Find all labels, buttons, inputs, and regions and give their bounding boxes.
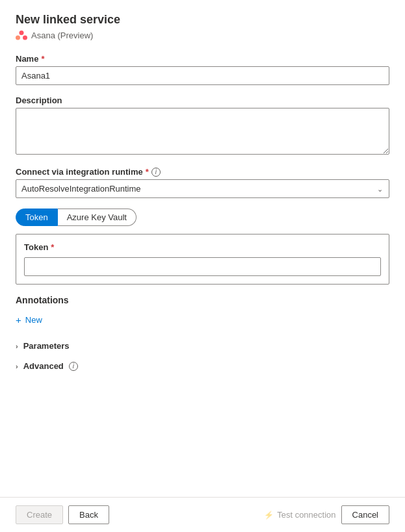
token-tab[interactable]: Token: [16, 209, 58, 226]
back-button[interactable]: Back: [68, 505, 109, 524]
advanced-label: Advanced: [23, 361, 64, 371]
parameters-chevron-icon: ›: [16, 342, 18, 350]
svg-point-2: [23, 36, 27, 40]
create-button[interactable]: Create: [16, 505, 63, 524]
parameters-section: › Parameters: [16, 338, 389, 353]
name-required-star: *: [41, 54, 44, 64]
test-connection-button[interactable]: ⚡ Test connection: [264, 510, 335, 520]
azure-kv-tab[interactable]: Azure Key Vault: [58, 209, 137, 226]
footer-left-actions: Create Back: [16, 505, 109, 524]
runtime-field-group: Connect via integration runtime * i Auto…: [16, 167, 389, 198]
annotations-section: Annotations + New: [16, 295, 389, 328]
cancel-button[interactable]: Cancel: [341, 505, 389, 524]
svg-point-1: [16, 36, 20, 40]
token-input[interactable]: [24, 257, 381, 276]
description-field-group: Description: [16, 95, 389, 157]
name-input[interactable]: [16, 66, 389, 85]
asana-logo-icon: [16, 29, 27, 41]
token-label: Token *: [24, 242, 381, 252]
auth-toggle-group: Token Azure Key Vault: [16, 209, 389, 226]
runtime-required-star: *: [146, 167, 149, 177]
runtime-label: Connect via integration runtime * i: [16, 167, 389, 177]
runtime-select-wrapper: AutoResolveIntegrationRuntime ⌄: [16, 179, 389, 198]
advanced-chevron-icon: ›: [16, 362, 18, 370]
token-required-star: *: [51, 242, 54, 252]
footer: Create Back ⚡ Test connection Cancel: [0, 497, 405, 532]
page-title: New linked service: [16, 13, 389, 27]
parameters-toggle[interactable]: › Parameters: [16, 338, 70, 353]
parameters-label: Parameters: [23, 341, 70, 351]
runtime-info-icon[interactable]: i: [151, 168, 161, 177]
add-annotation-label: New: [25, 315, 42, 325]
footer-right-actions: ⚡ Test connection Cancel: [264, 505, 389, 524]
runtime-select[interactable]: AutoResolveIntegrationRuntime: [16, 179, 389, 198]
token-box: Token *: [16, 234, 389, 285]
advanced-section: › Advanced i: [16, 359, 389, 374]
advanced-toggle[interactable]: › Advanced i: [16, 359, 78, 374]
plus-icon: +: [16, 314, 21, 325]
name-field-group: Name *: [16, 54, 389, 85]
name-label: Name *: [16, 54, 389, 64]
plug-icon: ⚡: [264, 511, 274, 520]
add-annotation-button[interactable]: + New: [16, 312, 42, 328]
svg-point-0: [20, 31, 24, 35]
description-label: Description: [16, 95, 389, 105]
annotations-heading: Annotations: [16, 295, 389, 305]
test-connection-label: Test connection: [277, 510, 335, 520]
advanced-info-icon[interactable]: i: [69, 362, 78, 371]
service-subtitle: Asana (Preview): [31, 31, 93, 40]
description-input[interactable]: [16, 108, 389, 155]
